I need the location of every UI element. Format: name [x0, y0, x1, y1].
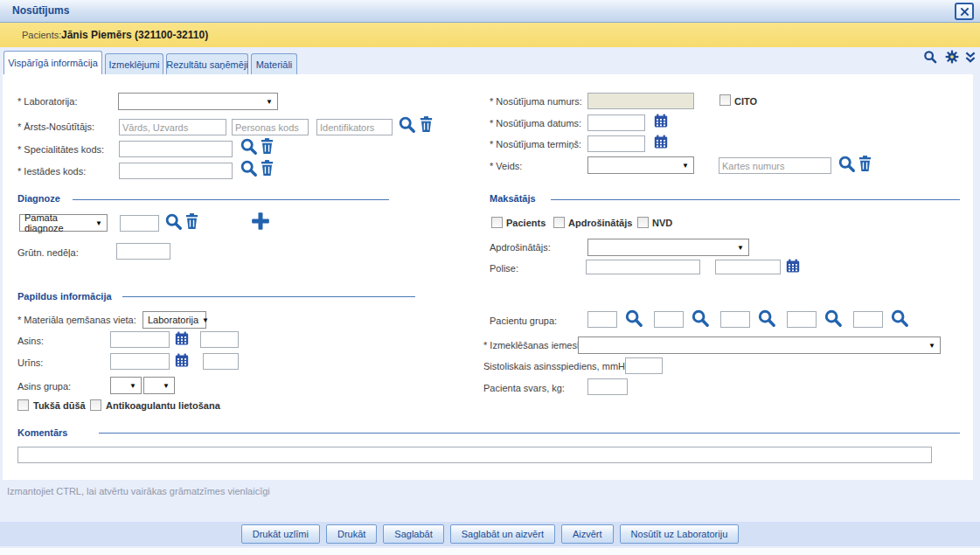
search-icon[interactable] — [624, 309, 643, 328]
komentars-input[interactable] — [17, 447, 932, 463]
urins-laiks-input[interactable] — [203, 353, 239, 370]
add-diagnoze-icon[interactable] — [250, 211, 271, 232]
apdrosinatajs-checkbox[interactable] — [553, 217, 565, 228]
laboratorija-label: * Laboratorija: — [17, 96, 78, 107]
arsts-vards-input[interactable] — [119, 119, 226, 135]
nosutit-uz-laboratoriju-button[interactable]: Nosūtīt uz Laboratoriju — [620, 524, 740, 544]
polise-numurs-input[interactable] — [586, 260, 700, 274]
pacienta-svars-input[interactable] — [587, 378, 628, 395]
window-close-button[interactable] — [955, 3, 974, 20]
patient-label: Pacients: — [22, 30, 61, 40]
pacientu-grupa-input-1[interactable] — [587, 311, 617, 328]
laboratorija-select[interactable]: ▼ — [118, 93, 278, 110]
arsts-identifikators-input[interactable] — [316, 119, 393, 135]
nosutijuma-datums-input[interactable] — [587, 114, 645, 131]
nosutijuma-termins-input[interactable] — [587, 135, 645, 152]
tab-materiali[interactable]: Materiāli — [251, 53, 297, 74]
kartes-numurs-input[interactable] — [719, 157, 831, 174]
drukat-uzlimi-button[interactable]: Drukāt uzlīmi — [241, 524, 320, 544]
nosutijuma-numurs-input — [587, 93, 694, 109]
sistoliskais-input[interactable] — [625, 357, 663, 374]
calendar-icon[interactable] — [175, 353, 189, 367]
rezus-faktors-select[interactable]: ▼ — [143, 377, 175, 394]
section-divider — [122, 296, 415, 297]
polise-datums-input[interactable] — [715, 260, 781, 274]
pacientu-grupa-input-3[interactable] — [720, 311, 750, 328]
arsts-personas-kods-input[interactable] — [232, 119, 309, 135]
gear-icon[interactable] — [945, 50, 959, 66]
search-icon[interactable] — [757, 309, 776, 328]
tab-rezultatu-sanemeji[interactable]: Rezultātu saņēmēji — [166, 53, 248, 74]
search-icon[interactable] — [923, 50, 937, 66]
asins-datums-input[interactable] — [110, 331, 170, 348]
cito-checkbox[interactable] — [719, 94, 731, 106]
chevron-down-icon: ▼ — [682, 162, 689, 170]
window-title: Nosūtījums — [12, 4, 69, 17]
tuksa-dusa-checkbox[interactable] — [17, 399, 29, 411]
pacientu-grupa-label: Pacientu grupa: — [490, 316, 557, 326]
diagnoze-kods-input[interactable] — [120, 215, 159, 232]
chevron-down-icon: ▼ — [202, 316, 209, 324]
materiala-nemsanas-vieta-select[interactable]: Laboratorija ▼ — [142, 311, 206, 329]
asins-grupa-label: Asins grupa: — [17, 381, 71, 392]
izmeklesanas-iemesls-label: * Izmeklēšanas iemesls: — [483, 340, 587, 350]
calendar-icon[interactable] — [786, 259, 800, 273]
asins-laiks-input[interactable] — [200, 331, 239, 348]
trash-icon[interactable] — [419, 115, 434, 133]
trash-icon[interactable] — [184, 212, 199, 230]
izmeklesanas-iemesls-select[interactable]: ▼ — [578, 336, 941, 354]
double-chevron-down-icon[interactable] — [964, 52, 977, 65]
asins-grupa-select[interactable]: ▼ — [110, 377, 142, 394]
grutn-nedela-input[interactable] — [116, 243, 170, 260]
aizvert-button[interactable]: Aizvērt — [561, 524, 614, 544]
diagnoze-tips-select[interactable]: Pamata diagnoze ▼ — [19, 214, 108, 232]
saglabat-un-aizvert-button[interactable]: Saglabāt un aizvērt — [450, 524, 555, 544]
section-divider — [73, 199, 389, 200]
trash-icon[interactable] — [260, 159, 275, 177]
calendar-icon[interactable] — [654, 114, 668, 128]
calendar-icon[interactable] — [654, 135, 668, 149]
search-icon[interactable] — [164, 212, 183, 231]
specialitates-kods-label: * Specialitātes kods: — [17, 144, 104, 155]
bottom-strip — [0, 548, 980, 555]
tab-visparigia-informacija[interactable]: Vispārīgā informācija — [3, 51, 102, 74]
tab-label: Materiāli — [256, 59, 293, 70]
veids-select[interactable]: ▼ — [587, 156, 694, 174]
search-icon[interactable] — [890, 309, 909, 328]
apdrosinatajs-select[interactable]: ▼ — [587, 239, 749, 256]
diagnoze-header: Diagnoze — [17, 193, 60, 204]
antikoagulantu-checkbox[interactable] — [90, 399, 101, 411]
calendar-icon[interactable] — [175, 331, 189, 345]
search-icon[interactable] — [838, 155, 856, 173]
search-icon[interactable] — [824, 309, 843, 328]
tab-label: Izmeklējumi — [108, 59, 159, 70]
arsts-nosutitajs-label: * Ārsts-Nosūtītājs: — [17, 121, 94, 132]
chevron-down-icon: ▼ — [163, 382, 170, 390]
ctrl-hint-text: Izmantojiet CTRL, lai atvērtu vairākas g… — [7, 486, 270, 496]
saglabat-button[interactable]: Saglabāt — [383, 524, 443, 544]
select-value: Laboratorija — [148, 315, 198, 325]
iestades-kods-input[interactable] — [119, 163, 233, 179]
pacients-checkbox[interactable] — [491, 217, 503, 228]
select-value: Pamata diagnoze — [24, 212, 92, 233]
search-icon[interactable] — [240, 137, 258, 156]
specialitates-kods-input[interactable] — [119, 141, 233, 157]
sistoliskais-label: Sistoliskais asinsspiediens, mmHg: — [483, 361, 633, 371]
trash-icon[interactable] — [260, 137, 275, 155]
pacientu-grupa-input-4[interactable] — [787, 311, 817, 328]
nvd-checkbox[interactable] — [637, 217, 649, 228]
drukat-button[interactable]: Drukāt — [326, 524, 377, 544]
button-bar: Drukāt uzlīmi Drukāt Saglabāt Saglabāt u… — [0, 522, 980, 546]
patient-name: Jānis Piemērs (321100-32110) — [61, 29, 208, 41]
tab-izmeklejumi[interactable]: Izmeklējumi — [105, 53, 163, 74]
asins-label: Asins: — [17, 336, 44, 346]
search-icon[interactable] — [240, 159, 258, 177]
urins-datums-input[interactable] — [110, 353, 170, 370]
pacienta-svars-label: Pacienta svars, kg: — [483, 383, 565, 393]
nosutijuma-termins-label: * Nosūtījuma termiņš: — [490, 139, 581, 149]
pacientu-grupa-input-5[interactable] — [853, 311, 883, 328]
search-icon[interactable] — [691, 309, 710, 328]
search-icon[interactable] — [398, 115, 416, 134]
pacientu-grupa-input-2[interactable] — [654, 311, 684, 328]
trash-icon[interactable] — [858, 155, 872, 172]
